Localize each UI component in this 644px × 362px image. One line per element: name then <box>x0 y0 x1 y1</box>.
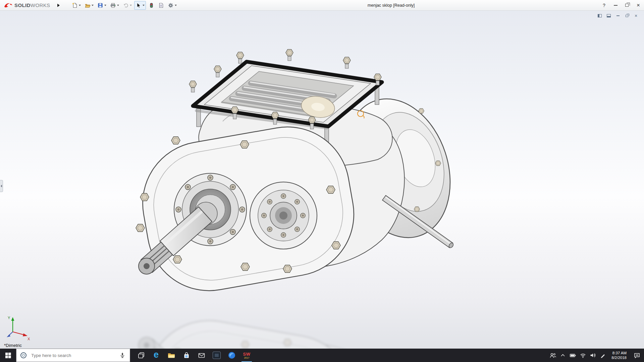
speaker-icon <box>590 352 596 359</box>
rebuild-button[interactable] <box>147 1 156 10</box>
microphone-icon[interactable] <box>119 352 126 359</box>
dropdown-caret-icon <box>104 5 106 6</box>
split-pane-icon <box>598 14 602 17</box>
doc-minimize-icon <box>616 15 620 16</box>
app-titlebar: SOLIDWORKS <box>0 0 644 11</box>
gearbox-assembly <box>133 49 467 300</box>
triad-x-label: X <box>28 337 30 341</box>
options-gear-icon <box>168 2 174 8</box>
cortana-circle-icon <box>20 352 27 359</box>
document-window-controls: × <box>596 13 639 19</box>
minimize-button[interactable] <box>610 0 621 10</box>
file-properties-icon <box>158 2 164 8</box>
dropdown-caret-icon <box>92 5 94 6</box>
doc-restore-icon <box>626 15 628 17</box>
people-button[interactable] <box>548 349 558 362</box>
menu-flyout-arrow[interactable] <box>56 2 62 9</box>
split-pane-button[interactable] <box>596 13 603 19</box>
system-tray: 8:37 AM 8/2/2018 <box>548 349 644 362</box>
document-title: menjac sklop [Read-only] <box>368 3 415 8</box>
gearbox-model[interactable] <box>0 11 644 349</box>
window-controls: ? × <box>598 0 644 10</box>
store-button[interactable] <box>179 349 194 362</box>
undo-icon <box>123 2 129 8</box>
blue-app-icon <box>228 351 236 359</box>
dropdown-caret-icon <box>175 5 177 6</box>
doc-minimize-button[interactable] <box>614 13 621 19</box>
undo-button[interactable] <box>121 1 133 10</box>
featuremanager-collapse-tab[interactable] <box>0 180 3 192</box>
action-center-button[interactable] <box>630 349 644 362</box>
save-button[interactable] <box>96 1 108 10</box>
task-view-button[interactable] <box>133 349 149 362</box>
dark-app-button[interactable] <box>209 349 224 362</box>
brand-text: SOLIDWORKS <box>14 2 50 8</box>
battery-button[interactable] <box>568 349 578 362</box>
solidworks-ds-mark-icon <box>4 2 13 8</box>
mail-button[interactable] <box>194 349 209 362</box>
dropdown-caret-icon <box>117 5 119 6</box>
minimize-icon <box>614 5 618 6</box>
pen-icon <box>600 352 606 358</box>
taskbar-search-box[interactable] <box>16 349 130 362</box>
options-button[interactable] <box>166 1 178 10</box>
dropdown-caret-icon <box>79 5 81 6</box>
view-orientation-label: *Dimetric <box>4 343 22 348</box>
file-explorer-button[interactable] <box>164 349 179 362</box>
select-cursor-icon <box>136 2 142 8</box>
rebuild-stoplight-icon <box>148 2 154 8</box>
flyout-triangle-icon <box>57 4 60 7</box>
people-icon <box>549 352 556 359</box>
solidworks-app-icon: SW 2017 <box>243 352 251 359</box>
full-pane-icon <box>607 14 611 17</box>
help-button[interactable]: ? <box>598 0 610 10</box>
dropdown-caret-icon <box>143 5 145 6</box>
save-icon <box>97 2 103 8</box>
close-icon: × <box>637 2 640 8</box>
graphics-viewport[interactable]: × <box>0 11 644 349</box>
clock-date: 8/2/2018 <box>611 355 627 360</box>
mail-icon <box>198 352 205 359</box>
hidden-icons-button[interactable] <box>558 349 568 362</box>
orientation-triad: Y X <box>4 313 32 341</box>
action-center-icon <box>634 352 640 359</box>
restore-button[interactable] <box>621 0 633 10</box>
start-button[interactable] <box>0 349 16 362</box>
solidworks-logo: SOLIDWORKS <box>0 2 53 8</box>
battery-icon <box>570 352 576 359</box>
new-document-button[interactable] <box>70 1 82 10</box>
print-icon <box>110 2 116 8</box>
edge-button[interactable]: e <box>149 349 164 362</box>
chevron-up-icon <box>560 353 566 358</box>
volume-button[interactable] <box>588 349 598 362</box>
restore-icon <box>625 4 629 7</box>
taskbar-clock[interactable]: 8:37 AM 8/2/2018 <box>608 351 630 360</box>
file-properties-button[interactable] <box>157 1 165 10</box>
close-button[interactable]: × <box>633 0 644 10</box>
y-axis-arrow-icon <box>11 317 14 321</box>
blue-app-button[interactable] <box>224 349 239 362</box>
doc-restore-button[interactable] <box>624 13 630 19</box>
new-document-icon <box>72 2 78 8</box>
open-document-button[interactable] <box>83 1 95 10</box>
floor-reflection <box>133 311 467 349</box>
edge-icon: e <box>154 350 159 359</box>
windows-taskbar: e SW 2017 <box>0 349 644 362</box>
x-axis-arrow-icon <box>23 334 28 337</box>
pen-button[interactable] <box>598 349 608 362</box>
brand-light: WORKS <box>31 2 50 8</box>
full-pane-button[interactable] <box>605 13 612 19</box>
taskbar-search-input[interactable] <box>30 353 119 358</box>
dark-app-icon <box>213 352 221 359</box>
output-bore-cover <box>250 182 317 249</box>
task-view-icon <box>138 352 145 359</box>
doc-close-button[interactable]: × <box>633 13 639 19</box>
clock-time: 8:37 AM <box>612 351 627 355</box>
print-button[interactable] <box>109 1 120 10</box>
brand-bold: SOLID <box>14 2 31 8</box>
select-tool-button[interactable] <box>134 1 146 10</box>
quick-access-toolbar <box>70 1 178 10</box>
solidworks-taskbar-button[interactable]: SW 2017 <box>239 349 254 362</box>
network-button[interactable] <box>578 349 588 362</box>
doc-close-icon: × <box>635 13 637 18</box>
